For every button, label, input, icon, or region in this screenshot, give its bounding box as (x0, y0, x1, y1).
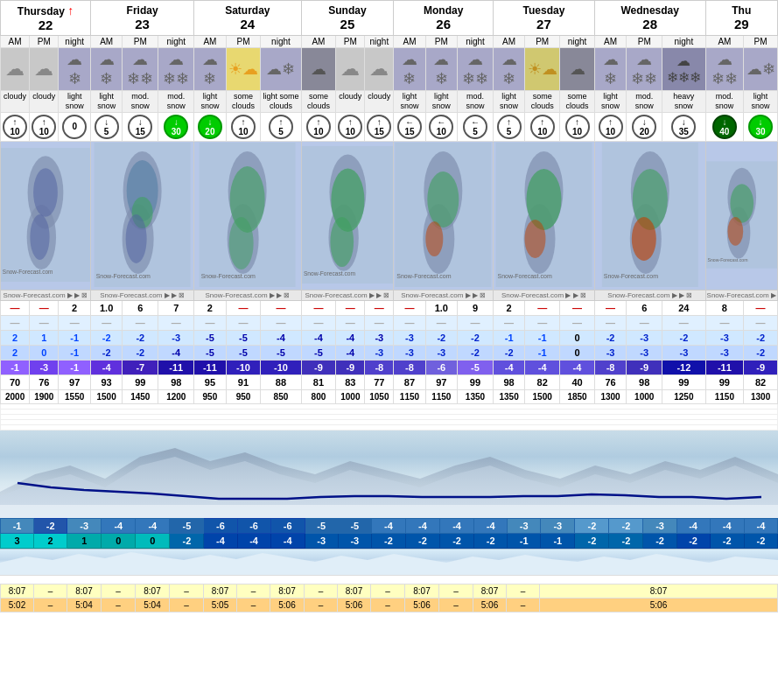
tue-pm-wind: ↑10 (525, 112, 560, 141)
freeze-tue-night: -4 (560, 360, 595, 374)
t2-tue-pm: -1 (525, 345, 560, 360)
wed-night: night (662, 36, 705, 48)
rain-thu-night: — (59, 315, 91, 330)
ctop-3: -3 (67, 518, 102, 533)
snow-row: — — 2 1.0 6 7 2 — — — — — — 1.0 9 2 — — … (1, 300, 778, 315)
snow-thu-pm: — (30, 300, 59, 315)
ctop-19: -2 (609, 518, 643, 533)
sun-night: night (365, 36, 394, 48)
sun-night-wind: ↑15 (365, 112, 394, 141)
sun-set-rest: 5:06 (540, 598, 778, 612)
mon-am-condition: light snow (394, 91, 425, 113)
cbot-15: -2 (474, 533, 508, 548)
hum-sat-pm: 91 (226, 374, 261, 389)
fri-pm-wind: ↓15 (123, 112, 158, 141)
rain-mon-am: — (394, 315, 425, 330)
snow-thu-night: 2 (59, 300, 91, 315)
sun-set-2: – (34, 598, 67, 612)
sun-set-5: 5:04 (136, 598, 170, 612)
t2-sun-pm: -4 (336, 345, 365, 360)
sun-set-7: 5:05 (204, 598, 237, 612)
sun-rise-16: – (507, 584, 540, 598)
t1-tue-pm: -1 (525, 330, 560, 345)
alt-thu-am: 2000 (1, 389, 30, 403)
t1-fri-am: -2 (90, 330, 122, 345)
sat-map: Snow-Forecast.com (194, 141, 301, 290)
fri-pm-condition: mod. snow (123, 91, 158, 113)
thu-night-condition: light snow (59, 91, 91, 113)
cbot-2: 2 (34, 533, 67, 548)
freeze-wed-pm: -9 (627, 360, 662, 374)
mon-pm-icon: ☁❄ (425, 48, 457, 91)
t2-mon-night: -2 (457, 345, 493, 360)
wind-circle: ↑10 (530, 115, 555, 139)
snow-fri-am: 1.0 (90, 300, 122, 315)
sun-map-svg: Snow-Forecast.com (302, 143, 394, 287)
ctop-22: -4 (710, 518, 744, 533)
snow-thu29-pm: — (744, 300, 778, 315)
t2-wed-night: -3 (662, 345, 705, 360)
rain-thu29-pm: — (744, 315, 778, 330)
icons-row: ☁ ☁ ☁❄ ☁❄ ☁❄❄ ☁❄❄ ☁❄ (1, 48, 778, 91)
thu-map-svg: Snow-Forecast.com (1, 143, 90, 287)
sat-night-wind: ↑5 (261, 112, 301, 141)
main-weather-table: Thursday ↑ 22 Friday 23 Saturday 24 Sund… (0, 0, 778, 430)
mon-pm-condition: light snow (425, 91, 457, 113)
freeze-thu29-pm: -9 (744, 360, 778, 374)
thu-pm-wind: ↑10 (30, 112, 59, 141)
temp800-row2: 2 0 -1 -2 -2 -4 -5 -5 -5 -5 -4 -3 -3 -3 … (1, 345, 778, 360)
humidity-row: 70 76 97 93 99 98 95 91 88 81 83 77 87 9… (1, 374, 778, 389)
tue-map-svg: Snow-Forecast.com (494, 143, 594, 287)
sf-wed: Snow-Forecast.com ▶ ▶ ⊠ (594, 290, 705, 300)
wind-circle: ↑10 (565, 115, 590, 139)
hum-fri-am: 93 (90, 374, 122, 389)
snow-tue-am: 2 (493, 300, 524, 315)
freeze-sat-night: -10 (261, 360, 301, 374)
hum-mon-am: 87 (394, 374, 425, 389)
ctop-12: -4 (371, 518, 405, 533)
hum-tue-night: 40 (560, 374, 595, 389)
hum-fri-night: 98 (158, 374, 194, 389)
snow-thu-am: — (1, 300, 30, 315)
hum-thu-night: 97 (59, 374, 91, 389)
ctop-5: -4 (136, 518, 170, 533)
sun-pm-condition: cloudy (336, 91, 365, 113)
thu-pm-icon: ☁ (30, 48, 59, 91)
freeze-sun-am: -9 (301, 360, 336, 374)
weather-dashboard: Thursday ↑ 22 Friday 23 Saturday 24 Sund… (0, 0, 778, 612)
thursday-header: Thursday ↑ 22 (1, 1, 91, 36)
svg-point-35 (524, 220, 545, 258)
hum-tue-pm: 82 (525, 374, 560, 389)
wed-am-condition: light snow (594, 91, 626, 113)
t2-sat-night: -5 (261, 345, 301, 360)
mon-night-condition: mod. snow (457, 91, 493, 113)
alt-mon-pm: 1150 (425, 389, 457, 403)
wind-circle: ↑10 (306, 115, 331, 139)
tue-pm: PM (525, 36, 560, 48)
freeze-row: -1 -3 -1 -4 -7 -11 -11 -10 -10 -9 -9 -8 … (1, 360, 778, 374)
sf-sat: Snow-Forecast.com ▶ ▶ ⊠ (194, 290, 301, 300)
ctop-9: -6 (270, 518, 305, 533)
mon-night: night (457, 36, 493, 48)
sun-rise-12: – (371, 584, 405, 598)
t1-thu-night: -1 (59, 330, 91, 345)
hum-sun-pm: 83 (336, 374, 365, 389)
t1-wed-pm: -3 (627, 330, 662, 345)
t2-wed-pm: -3 (627, 345, 662, 360)
tue-night-icon: ☁ (560, 48, 595, 91)
t2-sun-am: -5 (301, 345, 336, 360)
wind-circle: ↓5 (95, 115, 119, 139)
alt-tue-night: 1850 (560, 389, 595, 403)
t1-thu-am: 2 (1, 330, 30, 345)
wind-circle: ↓30 (164, 115, 188, 139)
alt-wed-night: 1250 (662, 389, 705, 403)
thu-night: night (59, 36, 91, 48)
wind-circle: ←10 (429, 115, 453, 139)
wind-circle: ↑10 (599, 115, 623, 139)
t2-sun-night: -3 (365, 345, 394, 360)
ctop-6: -5 (170, 518, 204, 533)
snow-wed-am: — (594, 300, 626, 315)
alt-thu-night: 1550 (59, 389, 91, 403)
thu29-am: AM (705, 36, 744, 48)
sf-thu29: Snow-Forecast.com ▶ (705, 290, 777, 300)
